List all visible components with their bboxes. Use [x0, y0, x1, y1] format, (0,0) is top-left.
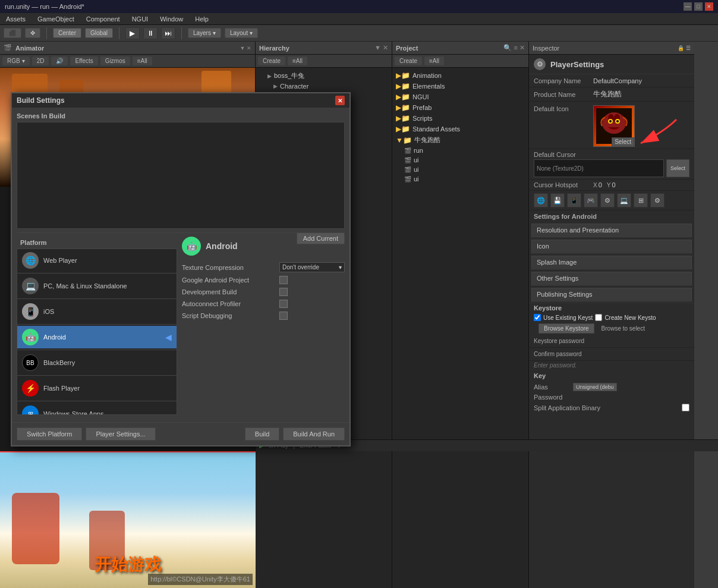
toolbar-transform-btn[interactable]: ⬛ — [4, 28, 21, 38]
menu-component[interactable]: Component — [84, 15, 122, 23]
script-debug-checkbox[interactable] — [279, 312, 288, 320]
toolbar-global-btn[interactable]: Global — [85, 28, 113, 38]
menu-ngui[interactable]: NGUI — [130, 15, 151, 23]
platform-section: Platform 🌐 Web Player 💻 PC, Mac — [17, 232, 297, 415]
gizmos-tab[interactable]: Gizmos — [100, 56, 130, 65]
folder-icon-3: ▶📁 — [396, 93, 410, 101]
step-btn[interactable]: ⏭ — [161, 27, 175, 39]
project-all-btn[interactable]: ≡All — [424, 56, 444, 65]
script-debug-row: Script Debugging — [182, 310, 345, 322]
platform-icon-settings[interactable]: ⚙ — [600, 193, 615, 207]
platform-icon-pc[interactable]: 💻 — [617, 193, 631, 207]
play-btn[interactable]: ▶ — [125, 27, 140, 39]
project-ngui[interactable]: ▶📁 NGUI — [392, 92, 528, 102]
other-section-header[interactable]: Other Settings — [532, 272, 691, 285]
settings-for-android: Settings for Android — [529, 210, 694, 222]
platform-ios[interactable]: 📱 iOS — [17, 300, 177, 323]
platform-icon-ps[interactable]: 🎮 — [584, 193, 598, 207]
cursor-value: None (Texture2D) — [537, 165, 584, 172]
pause-btn[interactable]: ⏸ — [143, 27, 158, 39]
unsigned-btn[interactable]: Unsigned (debu — [573, 383, 617, 391]
platform-winstore[interactable]: ⊞ Windows Store Apps — [17, 403, 177, 415]
autoconnect-checkbox[interactable] — [279, 300, 288, 308]
rgb-tab[interactable]: RGB ▾ — [2, 56, 30, 65]
project-niutu[interactable]: ▼📁 牛兔跑酷 — [392, 134, 528, 146]
folder-icon-1: ▶📁 — [396, 71, 410, 80]
animation-label: Animation — [412, 72, 442, 79]
platform-blackberry[interactable]: BB BlackBerry — [17, 351, 177, 374]
sep-4 — [17, 350, 177, 350]
use-existing-checkbox[interactable] — [534, 314, 541, 321]
all-tab[interactable]: ≡All — [133, 56, 152, 65]
boss-label: boss_牛兔 — [274, 71, 304, 80]
resolution-section-header[interactable]: Resolution and Presentation — [532, 224, 691, 237]
switch-platform-btn[interactable]: Switch Platform — [17, 427, 82, 441]
android-label: Android — [43, 334, 66, 341]
menu-window[interactable]: Window — [158, 15, 185, 23]
project-ui-1[interactable]: 🎬 ui — [392, 155, 528, 165]
project-prefab[interactable]: ▶📁 Prefab — [392, 102, 528, 113]
player-settings-btn[interactable]: Player Settings... — [86, 427, 155, 441]
project-animation[interactable]: ▶📁 Animation — [392, 70, 528, 81]
platform-android[interactable]: 🤖 Android ◀ — [17, 326, 177, 348]
resolution-section: Resolution and Presentation — [531, 224, 692, 237]
project-standard-assets[interactable]: ▶📁 Standard Assets — [392, 124, 528, 134]
menu-help[interactable]: Help — [193, 15, 211, 23]
platform-flash[interactable]: ⚡ Flash Player — [17, 377, 177, 400]
browse-keystore-btn[interactable]: Browse Keystore — [538, 323, 594, 334]
platform-icon-mobile[interactable]: 📱 — [567, 193, 581, 207]
texture-compression-dropdown[interactable]: Don't override ▾ — [279, 262, 345, 272]
menu-assets[interactable]: Assets — [4, 15, 28, 23]
toolbar-move-btn[interactable]: ✥ — [25, 28, 40, 38]
audio-tab[interactable]: 🔊 — [51, 56, 68, 65]
title-bar-controls[interactable]: — □ ✕ — [684, 2, 713, 11]
player-settings-title: PlayerSettings — [550, 60, 604, 69]
icon-section-header[interactable]: Icon — [532, 240, 691, 253]
alias-label: Alias — [534, 383, 569, 391]
project-scripts[interactable]: ▶📁 Scripts — [392, 113, 528, 124]
platform-icon-more[interactable]: ⚙ — [650, 193, 665, 207]
project-ui-2[interactable]: 🎬 ui — [392, 165, 528, 174]
toolbar-center-btn[interactable]: Center — [53, 28, 81, 38]
layers-dropdown[interactable]: Layers ▾ — [188, 28, 221, 38]
project-run[interactable]: 🎬 run — [392, 146, 528, 155]
cursor-hotspot-row: Cursor Hotspot X 0 Y 0 — [529, 180, 694, 191]
platform-icon-win[interactable]: ⊞ — [634, 193, 648, 207]
maximize-btn[interactable]: □ — [694, 2, 703, 11]
splash-section-header[interactable]: Splash Image — [532, 256, 691, 269]
project-ui-3[interactable]: 🎬 ui — [392, 174, 528, 184]
publishing-section-header[interactable]: Publishing Settings — [532, 288, 691, 301]
texture-compression-label: Texture Compression — [182, 264, 277, 271]
layout-dropdown[interactable]: Layout ▾ — [225, 28, 258, 38]
close-btn[interactable]: ✕ — [705, 2, 713, 11]
minimize-btn[interactable]: — — [684, 2, 692, 11]
menu-gameobject[interactable]: GameObject — [35, 15, 77, 23]
platform-icon-web[interactable]: 🌐 — [534, 193, 548, 207]
2d-tab[interactable]: 2D — [32, 56, 49, 65]
google-android-checkbox[interactable] — [279, 276, 288, 284]
toolbar-sep-2 — [119, 27, 119, 39]
dev-build-checkbox[interactable] — [279, 288, 288, 296]
cursor-select-btn[interactable]: Select — [666, 159, 689, 177]
flash-label: Flash Player — [43, 385, 80, 392]
platform-web-player[interactable]: 🌐 Web Player — [17, 249, 177, 272]
hierarchy-item-boss[interactable]: ▶ boss_牛兔 — [256, 70, 392, 81]
project-elementals[interactable]: ▶📁 Elementals — [392, 81, 528, 92]
split-binary-checkbox[interactable] — [682, 404, 689, 411]
hierarchy-create-btn[interactable]: Create — [258, 56, 285, 65]
build-and-run-btn[interactable]: Build And Run — [283, 427, 345, 441]
hierarchy-item-character[interactable]: ▶ Character — [256, 81, 392, 91]
build-btn[interactable]: Build — [245, 427, 279, 441]
create-new-checkbox[interactable] — [595, 314, 602, 321]
folder-icon-5: ▶📁 — [396, 114, 410, 122]
platform-pc[interactable]: 💻 PC, Mac & Linux Standalone — [17, 275, 177, 297]
texture-compression-row: Texture Compression Don't override ▾ — [182, 260, 345, 274]
dialog-close-btn[interactable]: ✕ — [335, 96, 345, 105]
platform-icon-standalone[interactable]: 💾 — [550, 193, 565, 207]
effects-tab[interactable]: Effects — [70, 56, 97, 65]
hotspot-label: Cursor Hotspot — [534, 181, 593, 188]
hierarchy-all-btn[interactable]: ≡All — [288, 56, 307, 65]
menu-bar: Assets GameObject Component NGUI Window … — [0, 13, 718, 25]
project-create-btn[interactable]: Create — [395, 56, 422, 65]
product-name-value: 牛兔跑酷 — [593, 89, 689, 99]
